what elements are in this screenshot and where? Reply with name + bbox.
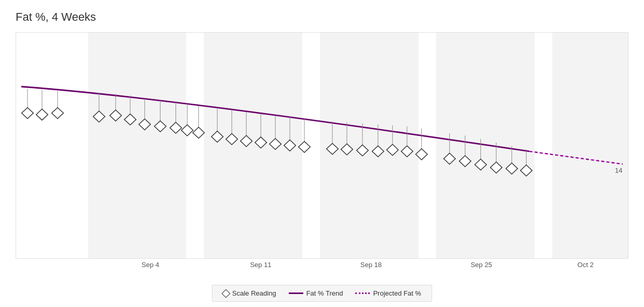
svg-rect-27 <box>193 127 205 138</box>
svg-rect-7 <box>22 107 34 118</box>
svg-text:14: 14 <box>615 167 622 174</box>
x-axis: Sep 4 Sep 11 Sep 18 Sep 25 Oct 2 <box>16 261 628 275</box>
chart-legend: Scale Reading Fat % Trend Projected Fat … <box>212 285 432 302</box>
svg-rect-11 <box>52 107 64 118</box>
x-label-sep25: Sep 25 <box>471 261 492 269</box>
legend-projected-fat-label: Projected Fat % <box>373 289 421 297</box>
legend-scale-reading-label: Scale Reading <box>232 289 276 297</box>
data-point <box>52 91 64 119</box>
chart-area: 14 <box>16 32 628 259</box>
x-label-oct2: Oct 2 <box>578 261 594 269</box>
legend-fat-trend-label: Fat % Trend <box>306 289 343 297</box>
legend-fat-trend: Fat % Trend <box>289 289 343 297</box>
data-point <box>193 106 205 138</box>
x-label-sep11: Sep 11 <box>250 261 271 269</box>
svg-rect-4 <box>552 33 628 258</box>
chart-container: Fat %, 4 Weeks 14 <box>0 0 644 307</box>
data-point <box>36 90 48 120</box>
svg-rect-9 <box>36 109 48 120</box>
data-point <box>22 89 34 119</box>
chart-title: Fat %, 4 Weeks <box>16 10 628 24</box>
legend-diamond-icon <box>222 289 231 298</box>
legend-solid-line-icon <box>289 292 303 294</box>
legend-dotted-line-icon <box>355 292 370 294</box>
svg-rect-0 <box>88 33 186 258</box>
legend-projected-fat: Projected Fat % <box>355 289 421 297</box>
x-label-sep4: Sep 4 <box>142 261 159 269</box>
x-label-sep18: Sep 18 <box>360 261 382 269</box>
chart-svg: 14 <box>16 33 628 258</box>
legend-scale-reading: Scale Reading <box>223 289 276 297</box>
